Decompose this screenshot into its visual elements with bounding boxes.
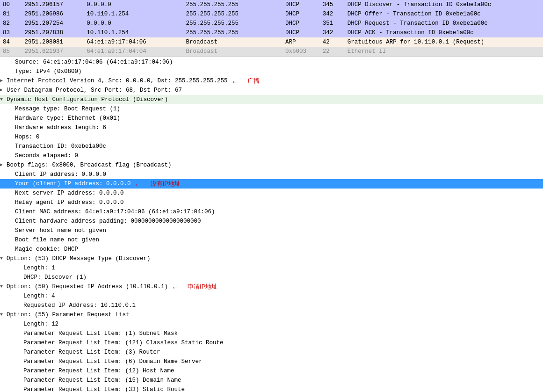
detail-line[interactable]: Your (client) IP address: 0.0.0.0没有IP地址 [0,179,543,189]
detail-line: Parameter Request List Item: (33) Static… [0,385,543,392]
detail-line: Parameter Request List Item: (3) Router [0,348,543,357]
detail-line: Relay agent IP address: 0.0.0.0 [0,198,543,207]
detail-text: Parameter Request List Item: (1) Subnet … [23,329,178,338]
detail-line: Seconds elapsed: 0 [0,151,543,160]
detail-line: User Datagram Protocol, Src Port: 68, Ds… [0,86,543,95]
detail-line: Internet Protocol Version 4, Src: 0.0.0.… [0,76,543,86]
detail-line: Hardware type: Ethernet (0x01) [0,114,543,123]
detail-text: Parameter Request List Item: (33) Static… [23,385,185,392]
detail-text: Hardware type: Ethernet (0x01) [15,114,120,123]
detail-text: Type: IPv4 (0x0800) [15,67,82,76]
table-row[interactable]: 812951.20698610.110.1.254255.255.255.255… [0,9,543,19]
detail-text: Seconds elapsed: 0 [15,152,78,160]
detail-text: Transaction ID: 0xebe1a00c [15,142,106,151]
detail-text: DHCP: Discover (1) [23,273,87,282]
detail-text: Client MAC address: 64:e1:a9:17:04:06 (6… [15,208,215,216]
detail-text: Boot file name not given [15,236,99,244]
detail-text: Length: 4 [23,292,55,300]
annotation-arrow-icon [172,283,186,290]
detail-text: Client hardware address padding: 0000000… [15,217,201,225]
detail-text: Requested IP Address: 10.110.0.1 [23,301,136,310]
annotation-text: 没有IP地址 [151,180,181,188]
detail-line: Parameter Request List Item: (15) Domain… [0,376,543,385]
expand-arrow[interactable] [0,311,7,319]
detail-line: DHCP: Discover (1) [0,273,543,282]
detail-line: Type: IPv4 (0x0800) [0,67,543,76]
detail-line: Parameter Request List Item: (1) Subnet … [0,329,543,338]
detail-line: Bootp flags: 0x8000, Broadcast flag (Bro… [0,160,543,170]
detail-line: Client IP address: 0.0.0.0 [0,170,543,179]
detail-text: Length: 12 [23,320,58,328]
detail-text: Length: 1 [23,264,55,272]
annotation: 申请IP地址 [172,283,217,291]
detail-text: Message type: Boot Request (1) [15,105,120,113]
detail-line: Requested IP Address: 10.110.0.1 [0,301,543,310]
detail-pane: Source: 64:e1:a9:17:04:06 (64:e1:a9:17:0… [0,56,543,392]
detail-text: Option: (50) Requested IP Address (10.11… [7,283,168,291]
detail-line: Magic cookie: DHCP [0,245,543,254]
detail-text: Parameter Request List Item: (121) Class… [23,339,224,347]
detail-text: User Datagram Protocol, Src Port: 68, Ds… [7,86,182,94]
detail-line: Server host name not given [0,226,543,235]
detail-line: Source: 64:e1:a9:17:04:06 (64:e1:a9:17:0… [0,58,543,67]
detail-text: Internet Protocol Version 4, Src: 0.0.0.… [7,77,228,85]
expand-arrow[interactable] [0,77,7,85]
packet-list-table: 802951.2061570.0.0.0255.255.255.255DHCP3… [0,0,543,56]
detail-text: Client IP address: 0.0.0.0 [15,170,106,179]
detail-line: Option: (50) Requested IP Address (10.11… [0,282,543,291]
detail-line: Length: 4 [0,291,543,301]
detail-line: Hardware address length: 6 [0,123,543,132]
detail-text: Parameter Request List Item: (3) Router [23,348,160,356]
expand-arrow[interactable] [0,254,7,263]
detail-text: Parameter Request List Item: (12) Host N… [23,367,174,375]
table-row[interactable]: 802951.2061570.0.0.0255.255.255.255DHCP3… [0,0,543,9]
annotation: 没有IP地址 [135,180,181,188]
detail-text: Hardware address length: 6 [15,123,106,132]
detail-line: Client MAC address: 64:e1:a9:17:04:06 (6… [0,207,543,217]
detail-text: Magic cookie: DHCP [15,245,78,254]
detail-text: Next server IP address: 0.0.0.0 [15,189,124,197]
detail-line: Parameter Request List Item: (12) Host N… [0,366,543,376]
detail-line: Length: 12 [0,319,543,329]
annotation-text: 申请IP地址 [188,283,217,291]
detail-line: Message type: Boot Request (1) [0,104,543,114]
detail-line: Dynamic Host Configuration Protocol (Dis… [0,95,543,104]
detail-line: Option: (53) DHCP Message Type (Discover… [0,254,543,263]
table-row[interactable]: 832951.20783810.110.1.254255.255.255.255… [0,28,543,37]
detail-text: Parameter Request List Item: (6) Domain … [23,357,203,366]
detail-text: Hops: 0 [15,133,40,141]
detail-line: Client hardware address padding: 0000000… [0,217,543,226]
detail-line: Option: (55) Parameter Request List [0,310,543,319]
detail-text: Bootp flags: 0x8000, Broadcast flag (Bro… [7,161,172,169]
detail-text: Relay agent IP address: 0.0.0.0 [15,198,124,207]
detail-line: Hops: 0 [0,132,543,142]
annotation-arrow-icon [135,181,149,187]
detail-line: Next server IP address: 0.0.0.0 [0,189,543,198]
detail-text: Your (client) IP address: 0.0.0.0 [15,180,131,188]
detail-line: Parameter Request List Item: (121) Class… [0,338,543,348]
expand-arrow[interactable] [0,161,7,169]
expand-arrow[interactable] [0,283,7,291]
detail-text: Parameter Request List Item: (15) Domain… [23,376,181,385]
detail-text: Option: (53) DHCP Message Type (Discover… [7,254,151,263]
detail-text: Server host name not given [15,226,106,235]
annotation-arrow-icon [232,78,246,84]
detail-line: Length: 1 [0,263,543,273]
table-row[interactable]: 822951.2072540.0.0.0255.255.255.255DHCP3… [0,19,543,28]
table-row[interactable]: 852951.62193764:e1:a9:17:04:04Broadcast0… [0,47,543,56]
expand-arrow[interactable] [0,95,7,104]
annotation: 广播 [232,77,260,85]
expand-arrow[interactable] [0,86,7,94]
detail-text: Source: 64:e1:a9:17:04:06 (64:e1:a9:17:0… [15,58,173,66]
detail-line: Transaction ID: 0xebe1a00c [0,142,543,151]
detail-line: Boot file name not given [0,235,543,245]
annotation-text: 广播 [247,77,260,85]
detail-text: Dynamic Host Configuration Protocol (Dis… [7,95,168,104]
detail-line: Parameter Request List Item: (6) Domain … [0,357,543,366]
table-row[interactable]: 842951.20808164:e1:a9:17:04:06BroadcastA… [0,37,543,47]
detail-text: Option: (55) Parameter Request List [7,311,130,319]
